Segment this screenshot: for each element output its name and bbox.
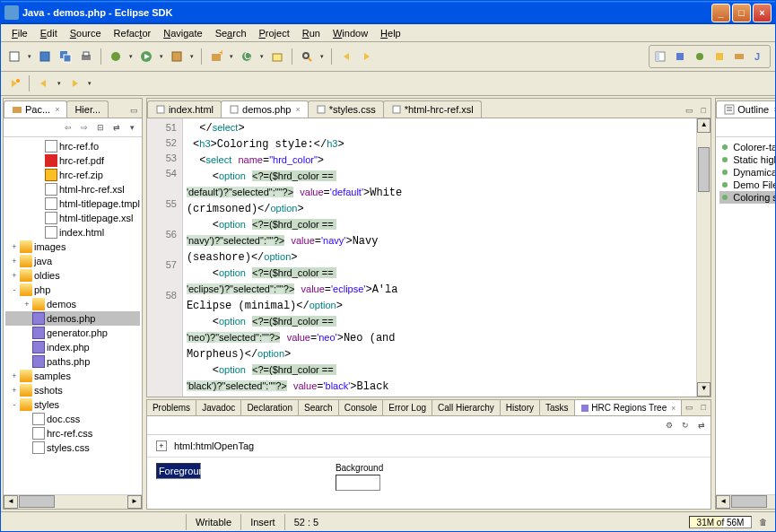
- editor-tab[interactable]: demos.php×: [221, 100, 309, 118]
- bottom-tab[interactable]: History: [501, 400, 540, 415]
- external-tools-button[interactable]: [168, 48, 186, 65]
- close-icon[interactable]: ×: [55, 105, 59, 114]
- new-dropdown[interactable]: [26, 48, 33, 65]
- bottom-tab-active[interactable]: HRC Regions Tree ×: [575, 400, 683, 415]
- menu-source[interactable]: Source: [64, 26, 108, 39]
- close-icon[interactable]: ×: [295, 105, 300, 114]
- menu-project[interactable]: Project: [253, 26, 296, 39]
- new-button[interactable]: [5, 48, 23, 65]
- refresh-icon[interactable]: ↻: [678, 418, 693, 432]
- outline-item[interactable]: Demo File:: [719, 179, 775, 191]
- minimize-icon[interactable]: ▭: [682, 400, 696, 414]
- run-button[interactable]: [137, 48, 155, 65]
- close-button[interactable]: ×: [753, 4, 772, 22]
- tree-item[interactable]: hrc-ref.css: [5, 426, 140, 440]
- tree-item[interactable]: +samples: [5, 369, 140, 383]
- bottom-tab[interactable]: Declaration: [241, 400, 299, 415]
- menu-refactor[interactable]: Refactor: [108, 26, 158, 39]
- bottom-tab[interactable]: Console: [339, 400, 384, 415]
- debug-dropdown[interactable]: [127, 48, 135, 65]
- hierarchy-tab[interactable]: Hier...: [66, 100, 109, 118]
- bottom-tab[interactable]: Javadoc: [196, 400, 241, 415]
- nav-back-button[interactable]: [337, 48, 355, 65]
- expand-icon[interactable]: +: [156, 440, 167, 451]
- open-type-button[interactable]: [268, 48, 286, 65]
- bottom-tab[interactable]: Problems: [147, 400, 196, 415]
- tree-item[interactable]: +demos: [5, 297, 140, 311]
- menu-edit[interactable]: Edit: [34, 26, 64, 39]
- menu-window[interactable]: Window: [327, 26, 374, 39]
- outline-item[interactable]: Static highlighting samples: [719, 153, 775, 166]
- package-tree[interactable]: hrc-ref.fohrc-ref.pdfhrc-ref.ziphtml-hrc…: [4, 137, 142, 494]
- fwd-icon[interactable]: ⇨: [77, 120, 92, 135]
- region-tree-item[interactable]: + html:htmlOpenTag: [147, 435, 711, 458]
- link-icon[interactable]: ⇄: [109, 120, 124, 135]
- new-class-button[interactable]: C: [238, 48, 256, 65]
- menu-help[interactable]: Help: [374, 26, 407, 39]
- filter-icon[interactable]: ⚙: [662, 418, 676, 432]
- tree-item[interactable]: +oldies: [5, 268, 140, 283]
- bottom-tab[interactable]: Tasks: [540, 400, 575, 415]
- java-browsing-button[interactable]: J: [750, 48, 768, 65]
- search-dropdown[interactable]: [318, 48, 326, 65]
- java-perspective-button[interactable]: [671, 48, 689, 65]
- maximize-icon[interactable]: □: [696, 103, 711, 118]
- outline-tab[interactable]: Outline×: [716, 100, 775, 118]
- tree-item[interactable]: hrc-ref.zip: [5, 168, 140, 182]
- menu-search[interactable]: Search: [209, 26, 253, 39]
- tree-item[interactable]: index.php: [5, 340, 140, 354]
- run-dropdown[interactable]: [158, 48, 165, 65]
- fwd-history-button[interactable]: [65, 74, 83, 92]
- code-editor[interactable]: 51525354 55 56 57 58 </select> <h3>Color…: [147, 118, 711, 397]
- new-package-button[interactable]: +: [207, 48, 225, 65]
- outline-item[interactable]: Coloring style:: [719, 191, 775, 204]
- tree-item[interactable]: html-titlepage.tmpl: [5, 196, 140, 211]
- heap-status[interactable]: 31M of 56M 🗑: [689, 515, 770, 529]
- back-history-button[interactable]: [35, 74, 53, 92]
- collapse-icon[interactable]: ⊟: [93, 120, 108, 135]
- bottom-tab[interactable]: Search: [299, 400, 339, 415]
- open-perspective-button[interactable]: [651, 48, 669, 65]
- background-color[interactable]: Background: [336, 463, 383, 491]
- close-icon[interactable]: ×: [773, 105, 775, 114]
- foreground-color[interactable]: Foreground: [156, 463, 201, 491]
- tree-item[interactable]: hrc-ref.pdf: [5, 153, 140, 168]
- bottom-tab[interactable]: Call Hierarchy: [432, 400, 501, 415]
- outline-item[interactable]: Dynamically generated de: [719, 166, 775, 179]
- tree-item[interactable]: generator.php: [5, 326, 140, 340]
- tree-scrollbar[interactable]: ◄►: [4, 494, 142, 509]
- save-button[interactable]: [36, 48, 54, 65]
- maximize-icon[interactable]: □: [696, 400, 711, 414]
- package-explorer-tab[interactable]: Pac...×: [4, 100, 67, 118]
- minimize-button[interactable]: _: [711, 4, 730, 22]
- tree-item[interactable]: +java: [5, 254, 140, 268]
- outline-tree[interactable]: Colorer-take5 demos pageStatic highlight…: [716, 137, 775, 494]
- class-dropdown[interactable]: [258, 48, 266, 65]
- debug-perspective-button[interactable]: [691, 48, 709, 65]
- gc-icon[interactable]: 🗑: [755, 515, 770, 529]
- tree-item[interactable]: html-titlepage.xsl: [5, 211, 140, 225]
- maximize-button[interactable]: □: [732, 4, 751, 22]
- print-button[interactable]: [77, 48, 95, 65]
- tree-item[interactable]: -styles: [5, 397, 140, 412]
- code-content[interactable]: </select> <h3>Coloring style:</h3> <sele…: [183, 118, 696, 397]
- menu-file[interactable]: File: [5, 26, 34, 39]
- bottom-tab[interactable]: Error Log: [383, 400, 432, 415]
- tree-item[interactable]: html-hrc-ref.xsl: [5, 182, 140, 196]
- save-all-button[interactable]: [57, 48, 74, 65]
- menu-icon[interactable]: ▾: [126, 120, 140, 135]
- tree-item[interactable]: index.html: [5, 225, 140, 240]
- back-icon[interactable]: ⇦: [61, 120, 75, 135]
- last-edit-button[interactable]: [5, 74, 23, 92]
- link-icon[interactable]: ⇄: [694, 418, 709, 432]
- outline-scrollbar[interactable]: ◄►: [716, 494, 775, 509]
- pkg-dropdown[interactable]: [228, 48, 235, 65]
- minimize-icon[interactable]: ▭: [682, 103, 696, 118]
- sync-perspective-button[interactable]: [730, 48, 748, 65]
- tree-item[interactable]: styles.css: [5, 440, 140, 455]
- external-dropdown[interactable]: [188, 48, 196, 65]
- menu-run[interactable]: Run: [296, 26, 327, 39]
- minimize-icon[interactable]: ▭: [127, 103, 142, 118]
- outline-item[interactable]: Colorer-take5 demos page: [719, 141, 775, 153]
- tree-item[interactable]: +images: [5, 240, 140, 254]
